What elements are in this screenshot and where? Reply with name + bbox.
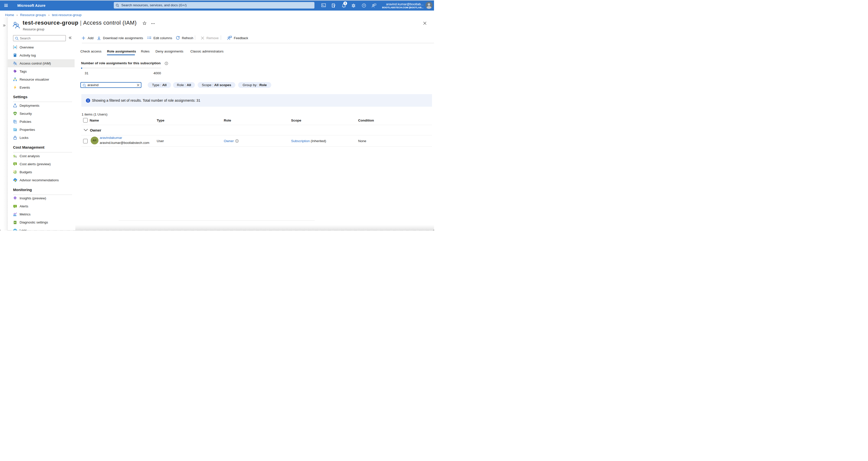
svg-text:$: $ bbox=[14, 162, 16, 165]
svg-text:$: $ bbox=[14, 171, 16, 174]
svg-text:?: ? bbox=[363, 4, 365, 7]
svg-text:$: $ bbox=[13, 154, 15, 158]
